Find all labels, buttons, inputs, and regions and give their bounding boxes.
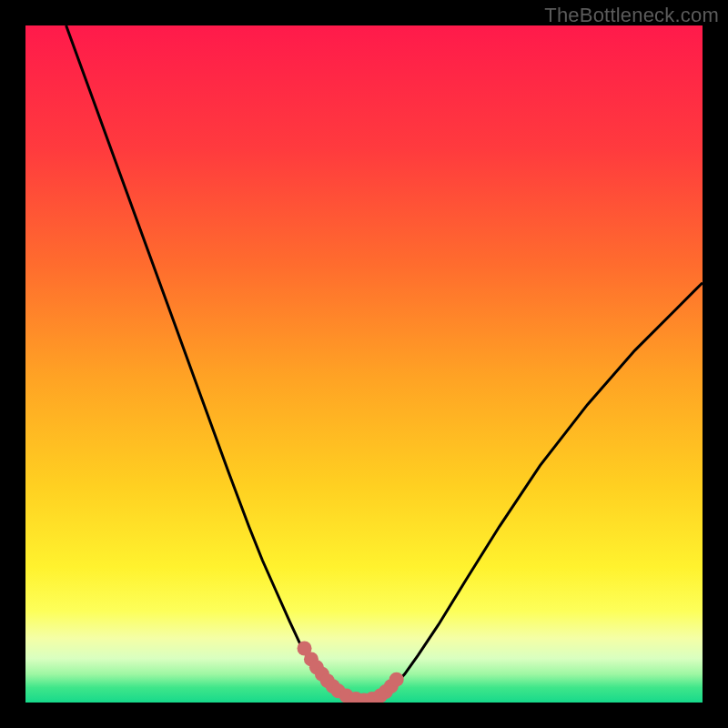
watermark-text: TheBottleneck.com [544,4,719,27]
highlight-markers [298,641,404,703]
chart-stage: TheBottleneck.com [0,0,728,728]
bottleneck-curve [66,25,703,702]
curve-layer [25,25,703,703]
marker-dot [389,672,404,687]
plot-area [25,25,703,703]
